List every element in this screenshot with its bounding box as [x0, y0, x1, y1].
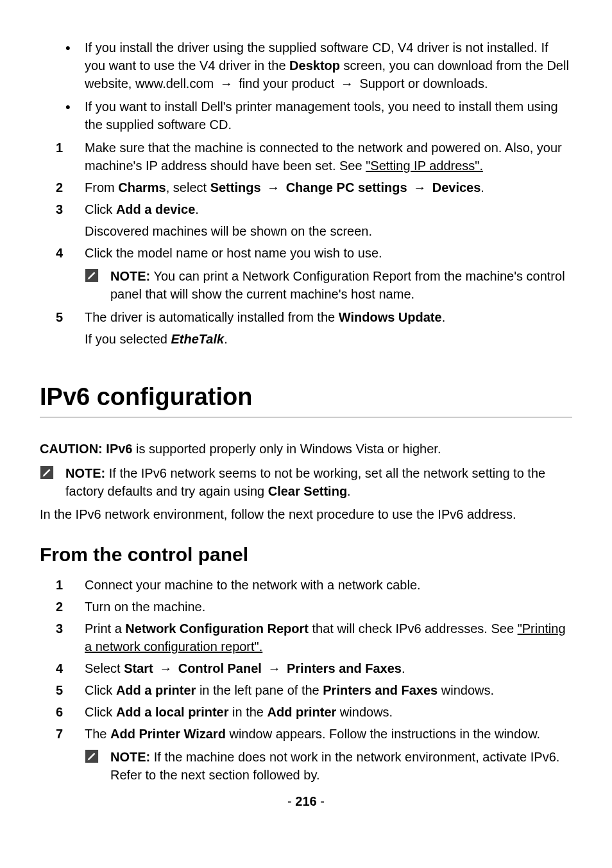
step-number: 3: [56, 200, 63, 218]
caution-paragraph: CAUTION: IPv6 is supported properly only…: [40, 440, 572, 458]
text: .: [347, 484, 351, 498]
text: windows.: [438, 683, 494, 697]
text-bold: Add a device: [116, 202, 195, 216]
bullet-list: If you install the driver using the supp…: [40, 39, 572, 134]
text: Print a: [85, 621, 125, 636]
text-bold: Add a printer: [116, 683, 196, 697]
step-item: 4 Click the model name or host name you …: [40, 244, 572, 262]
paragraph: In the IPv6 network environment, follow …: [40, 505, 572, 523]
text-bold: Control Panel: [178, 661, 262, 675]
arrow-right-icon: →: [341, 74, 353, 92]
text: .: [480, 180, 484, 195]
text-bold: Start: [124, 661, 153, 675]
text-bold: Devices: [432, 180, 481, 195]
text: Turn on the machine.: [85, 600, 205, 614]
step-item: 3 Print a Network Configuration Report t…: [40, 620, 572, 655]
text: , select: [166, 180, 210, 195]
page-number: - 216 -: [0, 792, 612, 810]
bullet-item: If you want to install Dell's printer ma…: [65, 98, 572, 134]
text-bold: Windows Update: [339, 310, 442, 324]
text: From: [85, 180, 118, 195]
text-bold: Change PC settings: [286, 180, 407, 195]
text: find your product: [235, 76, 338, 91]
text-bold: Charms: [118, 180, 166, 195]
link-setting-ip[interactable]: "Setting IP address".: [366, 159, 483, 173]
note-block: NOTE: If the machine does not work in th…: [40, 748, 572, 784]
text: is supported properly only in Windows Vi…: [132, 442, 441, 456]
section-title: IPv6 configuration: [40, 380, 572, 414]
note-pencil-icon: [85, 749, 99, 768]
note-pencil-icon: [40, 465, 54, 484]
step-item: 3 Click Add a device. Discovered machine…: [40, 200, 572, 240]
step-sub-text: Discovered machines will be shown on the…: [85, 222, 572, 240]
text-bold: Printers and Faxes: [287, 661, 402, 675]
arrow-right-icon: →: [413, 178, 426, 196]
text: .: [224, 332, 228, 346]
step-number: 6: [56, 703, 63, 721]
text-bold: Add printer: [268, 705, 337, 719]
page-number-value: 216: [295, 794, 316, 808]
step-number: 1: [56, 139, 63, 157]
text: Click the model name or host name you wi…: [85, 246, 382, 260]
text: .: [442, 310, 446, 324]
text-bold: Network Configuration Report: [125, 621, 309, 636]
text: Select: [85, 661, 124, 675]
step-number: 4: [56, 244, 63, 262]
text: window appears. Follow the instructions …: [226, 727, 540, 741]
text: Click: [85, 705, 116, 719]
text-bold: Add Printer Wizard: [110, 727, 226, 741]
step-number: 5: [56, 308, 63, 326]
step-sub-text: If you selected EtheTalk.: [85, 330, 572, 348]
step-number: 2: [56, 178, 63, 196]
text-bold: Printers and Faxes: [323, 683, 438, 697]
text: If you want to install Dell's printer ma…: [85, 100, 558, 132]
step-item: 2 Turn on the machine.: [40, 598, 572, 616]
text: If you selected: [85, 332, 171, 346]
text: Click: [85, 202, 116, 216]
step-item: 4 Select Start → Control Panel → Printer…: [40, 659, 572, 677]
text: Make sure that the machine is connected …: [85, 141, 562, 173]
step-item: 1 Make sure that the machine is connecte…: [40, 139, 572, 175]
step-number: 3: [56, 620, 63, 638]
step-item: 1 Connect your machine to the network wi…: [40, 576, 572, 594]
subsection-title: From the control panel: [40, 541, 572, 568]
text: in the left pane of the: [196, 683, 323, 697]
text: Click: [85, 683, 116, 697]
arrow-right-icon: →: [159, 659, 172, 677]
text-bold-italic: EtheTalk: [171, 332, 225, 346]
note-text: If the machine does not work in the netw…: [110, 750, 559, 782]
text: Connect your machine to the network with…: [85, 578, 421, 592]
step-item: 5 Click Add a printer in the left pane o…: [40, 681, 572, 699]
text: Support or downloads.: [356, 76, 488, 91]
step-item: 7 The Add Printer Wizard window appears.…: [40, 725, 572, 743]
arrow-right-icon: →: [267, 178, 280, 196]
text: .: [195, 202, 199, 216]
step-number: 2: [56, 598, 63, 616]
note-label: NOTE:: [110, 269, 150, 283]
section-divider: [40, 417, 572, 418]
step-number: 7: [56, 725, 63, 743]
step-item: 2 From Charms, select Settings → Change …: [40, 178, 572, 196]
note-pencil-icon: [85, 268, 99, 287]
note-label: NOTE:: [110, 750, 150, 764]
step-item: 6 Click Add a local printer in the Add p…: [40, 703, 572, 721]
note-block: NOTE: If the IPv6 network seems to not b…: [40, 464, 572, 500]
text: The driver is automatically installed fr…: [85, 310, 339, 324]
step-number: 5: [56, 681, 63, 699]
text-bold: Add a local printer: [116, 705, 229, 719]
step-number: 4: [56, 659, 63, 677]
caution-label: CAUTION: IPv6: [40, 442, 132, 456]
text-bold: Desktop: [289, 58, 340, 73]
text: windows.: [336, 705, 393, 719]
bullet-item: If you install the driver using the supp…: [65, 39, 572, 92]
arrow-right-icon: →: [220, 74, 233, 92]
text: in the: [228, 705, 267, 719]
text: that will check IPv6 addresses. See: [309, 621, 518, 636]
note-text: You can print a Network Configuration Re…: [110, 269, 565, 301]
text: The: [85, 727, 110, 741]
text: .: [402, 661, 405, 675]
note-block: NOTE: You can print a Network Configurat…: [40, 267, 572, 303]
text-bold: Settings: [210, 180, 261, 195]
note-label: NOTE:: [65, 466, 105, 480]
text-bold: Clear Setting: [268, 484, 347, 498]
